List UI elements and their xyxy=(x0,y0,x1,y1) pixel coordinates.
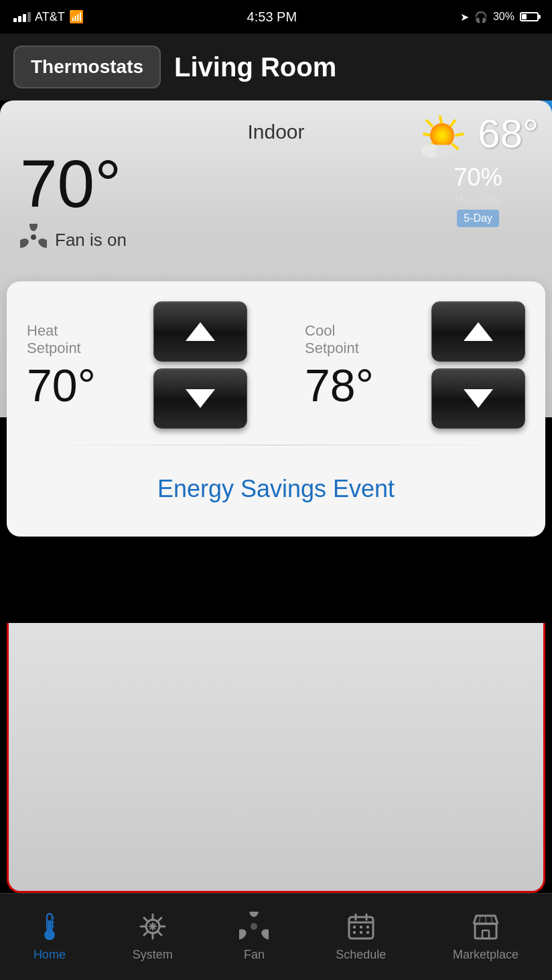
cool-setpoint-group: Cool Setpoint 78° xyxy=(305,322,374,409)
svg-rect-45 xyxy=(353,931,356,934)
svg-line-26 xyxy=(144,918,148,922)
marketplace-icon xyxy=(471,912,500,944)
svg-point-35 xyxy=(260,927,269,941)
schedule-icon xyxy=(346,912,376,944)
weather-icon xyxy=(417,114,471,161)
fan-nav-icon xyxy=(239,912,269,944)
fan-status-text: Fan is on xyxy=(55,230,127,251)
svg-point-17 xyxy=(44,930,55,940)
svg-point-37 xyxy=(251,923,257,930)
carrier-label: AT&T xyxy=(35,10,65,24)
svg-line-9 xyxy=(427,121,432,126)
fan-status-row: Fan is on xyxy=(20,224,532,257)
nav-label-fan: Fan xyxy=(244,948,265,962)
svg-line-28 xyxy=(157,918,161,922)
system-icon xyxy=(138,912,167,944)
header: Thermostats Living Room xyxy=(0,33,552,100)
svg-rect-47 xyxy=(366,931,369,934)
svg-point-36 xyxy=(239,927,248,941)
heat-increase-button[interactable] xyxy=(153,301,247,362)
nav-label-system: System xyxy=(133,948,173,962)
main-content: Indoor 70° Fan is on xyxy=(0,100,552,893)
svg-rect-44 xyxy=(366,926,369,928)
svg-line-53 xyxy=(491,916,492,924)
nav-item-schedule[interactable]: Schedule xyxy=(322,905,399,969)
controls-card: Heat Setpoint 70° Cool Setpoint 78° xyxy=(7,281,545,537)
cool-increase-button[interactable] xyxy=(431,301,525,362)
status-bar: AT&T 📶 4:53 PM ➤ 🎧 30% xyxy=(0,0,552,33)
wifi-icon: 📶 xyxy=(69,9,84,24)
svg-rect-50 xyxy=(482,930,489,938)
bottom-nav: Home System xyxy=(0,893,552,980)
battery-percent: 30% xyxy=(493,11,514,23)
outdoor-temperature: 68° xyxy=(478,114,539,154)
nav-item-marketplace[interactable]: Marketplace xyxy=(439,905,532,969)
thermostats-button[interactable]: Thermostats xyxy=(13,46,161,88)
cool-setpoint-value: 78° xyxy=(305,362,374,408)
svg-point-3 xyxy=(31,234,36,240)
headphones-icon: 🎧 xyxy=(474,11,488,23)
heat-setpoint-group: Heat Setpoint 70° xyxy=(27,322,96,409)
svg-line-8 xyxy=(424,134,431,135)
svg-line-29 xyxy=(144,931,148,935)
svg-point-14 xyxy=(435,145,456,158)
signal-bars xyxy=(13,12,31,22)
cool-decrease-button[interactable] xyxy=(431,368,525,429)
svg-rect-43 xyxy=(360,926,362,928)
svg-line-6 xyxy=(456,134,463,135)
divider xyxy=(27,445,525,445)
svg-rect-42 xyxy=(353,926,356,928)
status-right: ➤ 🎧 30% xyxy=(460,11,539,23)
humidity-value: 70% xyxy=(417,163,539,192)
heat-controls xyxy=(153,301,247,429)
svg-line-51 xyxy=(479,916,480,924)
fan-icon xyxy=(20,224,47,257)
five-day-button[interactable]: 5-Day xyxy=(457,210,499,227)
room-title: Living Room xyxy=(174,52,336,82)
time-display: 4:53 PM xyxy=(247,9,297,25)
battery-indicator xyxy=(520,12,539,21)
main-body-area xyxy=(7,623,545,893)
outdoor-temp-display: 68° xyxy=(478,114,539,154)
svg-line-5 xyxy=(451,121,455,126)
nav-item-fan[interactable]: Fan xyxy=(226,905,282,969)
location-icon: ➤ xyxy=(460,11,469,23)
cool-controls xyxy=(431,301,525,429)
cool-setpoint-label: Cool Setpoint xyxy=(305,322,359,358)
sun-rays-svg xyxy=(417,114,471,161)
heat-decrease-button[interactable] xyxy=(153,368,247,429)
svg-point-11 xyxy=(430,123,454,147)
nav-label-schedule: Schedule xyxy=(336,948,386,962)
nav-item-system[interactable]: System xyxy=(119,905,186,969)
nav-label-marketplace: Marketplace xyxy=(453,948,519,962)
svg-point-34 xyxy=(249,912,259,917)
svg-rect-16 xyxy=(48,920,52,931)
heat-setpoint-value: 70° xyxy=(27,362,96,408)
setpoints-row: Heat Setpoint 70° Cool Setpoint 78° xyxy=(27,301,525,429)
nav-item-home[interactable]: Home xyxy=(20,905,79,969)
weather-widget: 68° 70% Humidity 5-Day xyxy=(417,114,539,227)
status-left: AT&T 📶 xyxy=(13,9,84,24)
energy-savings-area: Energy Savings Event xyxy=(27,462,525,516)
svg-rect-46 xyxy=(360,931,362,934)
svg-line-4 xyxy=(440,117,441,123)
svg-line-27 xyxy=(157,931,161,935)
nav-label-home: Home xyxy=(33,948,66,962)
svg-point-1 xyxy=(37,236,47,249)
svg-point-2 xyxy=(20,236,30,249)
svg-point-0 xyxy=(29,224,38,231)
home-icon xyxy=(35,912,64,944)
humidity-label: Humidity xyxy=(417,193,539,207)
energy-savings-link[interactable]: Energy Savings Event xyxy=(157,475,395,502)
heat-setpoint-label: Heat Setpoint xyxy=(27,322,81,358)
